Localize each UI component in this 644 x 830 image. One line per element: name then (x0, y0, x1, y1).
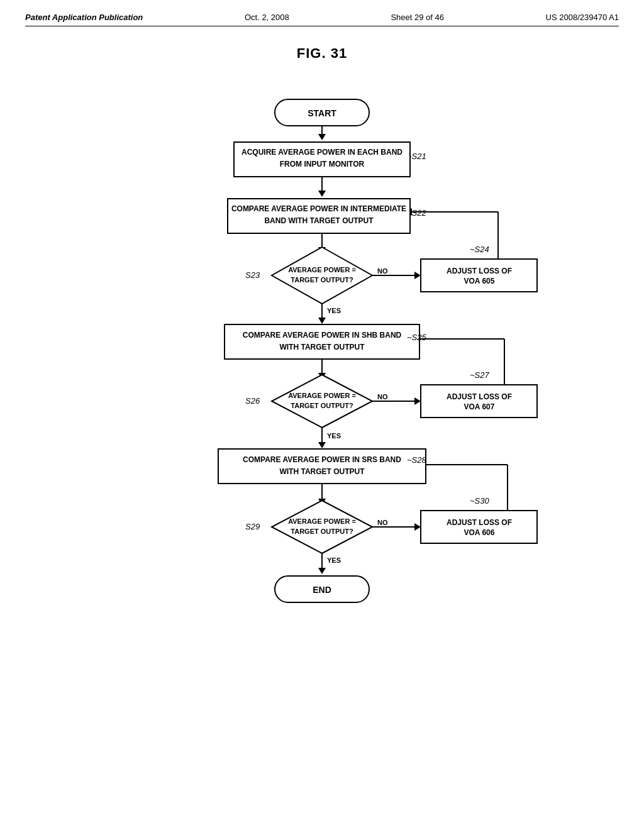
no-s23-label: NO (377, 267, 388, 275)
svg-rect-39 (421, 385, 537, 418)
flowchart-svg: START ~S21 ACQUIRE AVERAGE POWER IN EACH… (108, 87, 536, 665)
decision-s29 (272, 501, 372, 553)
step-s24-label: ~S24 (470, 245, 489, 254)
decision-s23 (272, 247, 372, 304)
decision-s29-line1: AVERAGE POWER = (288, 517, 356, 525)
process-s21-line2: FROM INPUT MONITOR (280, 160, 365, 169)
decision-s23-line2: TARGET OUTPUT? (291, 276, 353, 284)
process-s22-line1: COMPARE AVERAGE POWER IN INTERMEDIATE (231, 204, 406, 213)
start-label: START (308, 108, 336, 118)
svg-marker-27 (318, 568, 326, 574)
decision-s26 (272, 375, 372, 428)
decision-s29-line2: TARGET OUTPUT? (291, 528, 353, 535)
svg-marker-1 (318, 134, 326, 140)
header-sheet: Sheet 29 of 46 (391, 13, 444, 22)
step-s29-label: S29 (245, 522, 260, 531)
svg-rect-40 (218, 449, 426, 484)
decision-s26-line1: AVERAGE POWER = (288, 392, 356, 399)
svg-marker-9 (414, 272, 421, 279)
step-s23-label: S23 (245, 270, 260, 280)
page: Patent Application Publication Oct. 2, 2… (0, 0, 644, 830)
svg-marker-29 (414, 523, 421, 531)
svg-rect-38 (225, 324, 419, 359)
process-s28-line1: COMPARE AVERAGE POWER IN SRS BAND (243, 455, 401, 464)
header-date: Oct. 2, 2008 (245, 13, 289, 22)
page-header: Patent Application Publication Oct. 2, 2… (25, 13, 619, 26)
action-s24-line2: VOA 605 (464, 277, 495, 285)
header-pub-number: US 2008/239470 A1 (546, 13, 619, 22)
yes-s26-label: YES (327, 432, 341, 440)
action-s30-line2: VOA 606 (464, 528, 495, 537)
no-s29-label: NO (377, 519, 388, 526)
process-s28-line2: WITH TARGET OUTPUT (279, 467, 365, 476)
step-s30-label: ~S30 (470, 496, 489, 506)
svg-rect-41 (421, 511, 537, 543)
yes-s23-label: YES (327, 307, 341, 314)
step-s25-label: ~S25 (407, 333, 426, 342)
action-s27-line1: ADJUST LOSS OF (447, 392, 512, 401)
svg-marker-17 (318, 442, 326, 448)
yes-s29-label: YES (327, 556, 341, 564)
svg-marker-19 (414, 397, 421, 405)
process-s25-line2: WITH TARGET OUTPUT (279, 343, 365, 351)
decision-s26-line2: TARGET OUTPUT? (291, 402, 353, 409)
svg-rect-37 (421, 259, 537, 292)
process-s22-line2: BAND WITH TARGET OUTPUT (264, 216, 374, 225)
process-s21-line1: ACQUIRE AVERAGE POWER IN EACH BAND (242, 148, 402, 157)
step-s28-label: ~S28 (407, 455, 426, 465)
header-publication-type: Patent Application Publication (25, 13, 143, 22)
action-s27-line2: VOA 607 (464, 402, 495, 411)
step-s27-label: ~S27 (470, 370, 489, 380)
no-s26-label: NO (377, 393, 388, 401)
svg-marker-7 (318, 318, 326, 324)
svg-marker-3 (318, 191, 326, 197)
figure-title: FIG. 31 (25, 45, 619, 62)
decision-s23-line1: AVERAGE POWER = (288, 266, 356, 274)
action-s24-line1: ADJUST LOSS OF (447, 267, 512, 275)
action-s30-line1: ADJUST LOSS OF (447, 518, 512, 527)
end-label: END (313, 585, 331, 595)
step-s26-label: S26 (245, 396, 260, 406)
process-s25-line1: COMPARE AVERAGE POWER IN SHB BAND (243, 331, 402, 340)
